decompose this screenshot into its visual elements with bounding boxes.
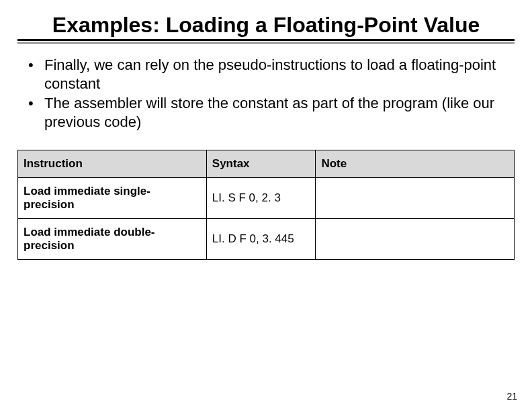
bullet-item: Finally, we can rely on the pseudo-instr… xyxy=(28,56,519,93)
header-syntax: Syntax xyxy=(206,150,316,178)
title-underline-shadow xyxy=(17,42,515,44)
cell-note xyxy=(316,178,515,219)
cell-syntax: LI. S F 0, 2. 3 xyxy=(206,178,316,219)
table-row: Load immediate double-precision LI. D F … xyxy=(18,219,515,260)
header-note: Note xyxy=(316,150,515,178)
title-underline xyxy=(17,39,515,41)
slide-title: Examples: Loading a Floating-Point Value xyxy=(13,12,519,38)
bullet-item: The assembler will store the constant as… xyxy=(28,94,519,131)
cell-instruction: Load immediate double-precision xyxy=(18,219,207,260)
page-number: 21 xyxy=(506,391,517,402)
cell-instruction: Load immediate single-precision xyxy=(18,178,207,219)
cell-syntax: LI. D F 0, 3. 445 xyxy=(206,219,316,260)
header-instruction: Instruction xyxy=(18,150,207,178)
slide: Examples: Loading a Floating-Point Value… xyxy=(0,0,532,411)
table-header-row: Instruction Syntax Note xyxy=(18,150,515,178)
instruction-table: Instruction Syntax Note Load immediate s… xyxy=(17,150,515,260)
cell-note xyxy=(316,219,515,260)
table-row: Load immediate single-precision LI. S F … xyxy=(18,178,515,219)
bullet-list: Finally, we can rely on the pseudo-instr… xyxy=(13,56,519,131)
